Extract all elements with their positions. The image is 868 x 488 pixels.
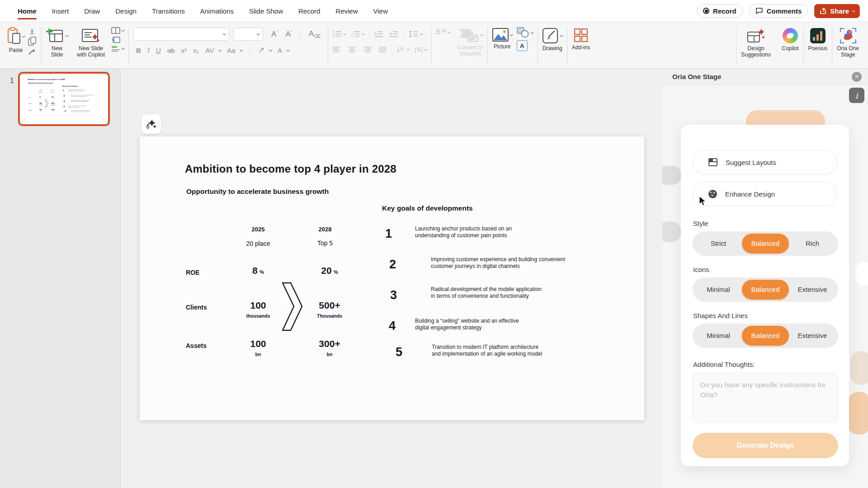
year-note-2028[interactable]: Top 5 (302, 239, 348, 247)
addins-button[interactable]: Add-ins (572, 28, 590, 51)
record-button[interactable]: Record (697, 4, 743, 18)
font-name-select[interactable] (133, 28, 229, 41)
style-option-rich[interactable]: Rich (789, 234, 836, 253)
align-text-button[interactable]: [⇅] (415, 46, 426, 53)
decrease-indent-button[interactable] (374, 30, 383, 38)
share-button[interactable]: Share (814, 4, 860, 18)
style-option-strict[interactable]: Strict (695, 234, 742, 253)
align-center-button[interactable] (348, 47, 356, 52)
tab-draw[interactable]: Draw (84, 7, 100, 15)
underline-button[interactable]: U (153, 47, 164, 54)
shrink-font-button[interactable]: Aˇ (282, 30, 295, 39)
assets-2025-value[interactable]: 100bn (231, 338, 285, 357)
slide-subtitle[interactable]: Opportunity to accelerate business growt… (186, 188, 329, 196)
font-color-button[interactable]: A (275, 47, 292, 54)
justify-button[interactable] (379, 47, 387, 52)
goals-title[interactable]: Key goals of developments (382, 204, 473, 212)
reset-slide-button[interactable] (111, 36, 124, 43)
cut-button[interactable]: ✂ (29, 27, 36, 35)
section-button[interactable] (111, 45, 124, 52)
enhance-design-button[interactable]: Enhance Design (693, 182, 837, 206)
new-slide-copilot-button[interactable]: New Slide with Copilot (77, 28, 105, 58)
clients-2025-value[interactable]: 100thousands (231, 300, 285, 319)
highlight-button[interactable] (255, 47, 274, 54)
tab-view[interactable]: View (373, 7, 388, 15)
clear-formatting-button[interactable]: A⌫ (306, 29, 323, 39)
goal-number-2[interactable]: 2 (389, 258, 396, 272)
shapes-option-extensive[interactable]: Extensive (789, 326, 836, 346)
numbering-button[interactable]: 123 (351, 30, 364, 38)
goal-text-3[interactable]: Radical development of the mobile applic… (431, 286, 542, 300)
icons-option-balanced[interactable]: Balanced (742, 280, 789, 300)
align-left-button[interactable] (333, 47, 341, 52)
year-note-2025[interactable]: 20 place (236, 240, 281, 247)
bold-button[interactable]: B (133, 47, 144, 54)
goal-text-5[interactable]: Transition to modern IT platform archite… (432, 344, 542, 357)
tab-design[interactable]: Design (115, 7, 137, 15)
info-button[interactable]: i (849, 88, 864, 103)
oria-one-stage-button[interactable]: Oria One Stage (837, 28, 859, 58)
superscript-button[interactable]: x² (178, 47, 189, 54)
style-option-balanced[interactable]: Balanced (742, 234, 789, 253)
text-box-button[interactable]: A (517, 40, 528, 51)
year-2025[interactable]: 2025 (236, 226, 281, 233)
paste-button[interactable]: Paste (7, 27, 24, 53)
strikethrough-button[interactable]: ab (165, 47, 178, 54)
columns-button[interactable] (436, 29, 449, 35)
icons-option-extensive[interactable]: Extensive (789, 280, 836, 300)
designer-sparkle-button[interactable] (141, 114, 161, 134)
bullets-button[interactable] (333, 30, 345, 38)
goal-text-2[interactable]: Improving customer experience and buildi… (431, 256, 565, 270)
goal-number-1[interactable]: 1 (385, 227, 392, 241)
metric-label-assets[interactable]: Assets (186, 342, 207, 349)
metric-label-clients[interactable]: Clients (186, 304, 207, 311)
goal-number-4[interactable]: 4 (389, 319, 396, 333)
goal-number-5[interactable]: 5 (396, 345, 402, 359)
poesius-button[interactable]: Poesius (808, 28, 828, 52)
tab-slideshow[interactable]: Slide Show (249, 7, 283, 15)
comments-button[interactable]: Comments (749, 4, 808, 18)
format-painter-button[interactable] (28, 48, 37, 55)
slide-editing-surface[interactable]: Ambition to become top 4 player in 2028 … (140, 136, 644, 420)
increase-indent-button[interactable] (389, 30, 398, 38)
metric-label-roe[interactable]: ROE (186, 269, 199, 276)
clients-2028-value[interactable]: 500+Thousands (302, 300, 357, 319)
italic-button[interactable]: I (145, 47, 152, 54)
slide-title[interactable]: Ambition to become top 4 player in 2028 (185, 163, 396, 175)
shapes-button[interactable] (517, 27, 533, 38)
additional-thoughts-input[interactable] (693, 372, 838, 423)
roe-2028-value[interactable]: 20 % (302, 265, 357, 276)
text-direction-button[interactable]: A (396, 46, 409, 53)
roe-2025-value[interactable]: 8 % (231, 265, 285, 276)
suggest-layouts-button[interactable]: Suggest Layouts (693, 150, 837, 174)
convert-smartart-button[interactable]: Convert to SmartArt (458, 27, 482, 57)
tab-animations[interactable]: Animations (200, 7, 234, 15)
line-spacing-button[interactable] (409, 30, 422, 38)
subscript-button[interactable]: x₂ (190, 47, 202, 54)
grow-font-button[interactable]: Aˆ (268, 30, 281, 39)
tab-home[interactable]: Home (18, 7, 37, 15)
goal-number-3[interactable]: 3 (390, 288, 397, 302)
goal-text-4[interactable]: Building a “selling” website and an effe… (415, 318, 519, 331)
tab-record[interactable]: Record (298, 7, 320, 15)
align-right-button[interactable] (363, 47, 372, 52)
copilot-button[interactable]: Copilot (782, 28, 798, 52)
tab-insert[interactable]: Insert (52, 7, 69, 15)
shapes-option-minimal[interactable]: Minimal (695, 326, 742, 346)
design-suggestions-button[interactable]: Design Suggestions (741, 28, 771, 58)
tab-review[interactable]: Review (335, 7, 358, 15)
icons-option-minimal[interactable]: Minimal (695, 280, 742, 300)
drawing-button[interactable]: Drawing (542, 28, 562, 52)
new-slide-button[interactable]: New Slide (46, 28, 68, 58)
tab-transitions[interactable]: Transitions (152, 7, 185, 15)
chevron-arrow-shape[interactable] (282, 282, 303, 332)
slide-thumbnail-1[interactable]: Ambition to become top 4 player in 2028 … (18, 72, 110, 126)
picture-button[interactable]: Picture (492, 28, 512, 50)
slide-layout-button[interactable] (111, 27, 124, 34)
shapes-option-balanced[interactable]: Balanced (742, 326, 789, 346)
character-spacing-button[interactable]: AV (203, 47, 223, 54)
goal-text-1[interactable]: Launching anchor products based on anund… (415, 225, 512, 239)
generate-design-button[interactable]: Generate Design (693, 433, 838, 458)
copy-button[interactable] (28, 37, 37, 46)
year-2028[interactable]: 2028 (302, 226, 348, 233)
